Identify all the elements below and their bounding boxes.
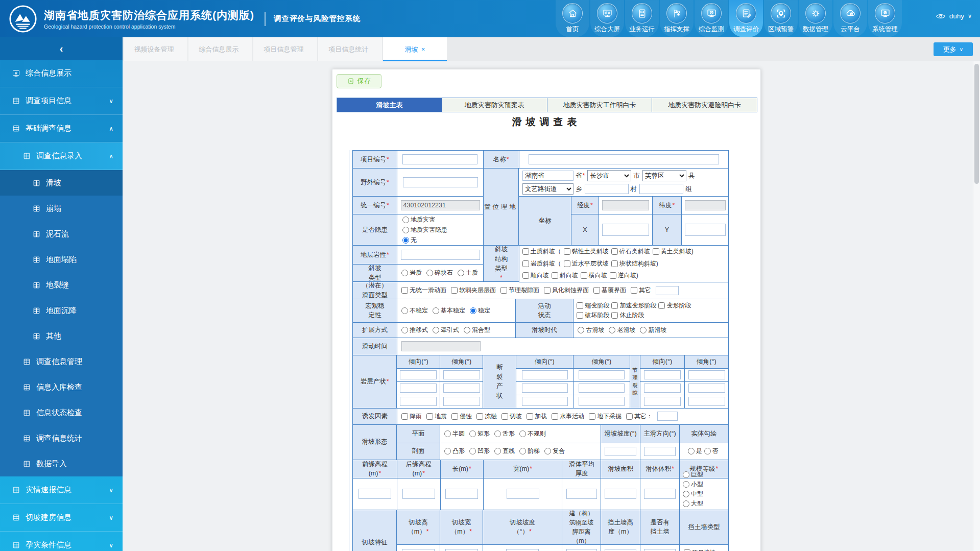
- form-tab[interactable]: 地质灾害防灾避险明白卡: [652, 98, 757, 112]
- dim-input[interactable]: [605, 489, 636, 499]
- scrollbar-thumb[interactable]: [974, 64, 979, 184]
- dip-input[interactable]: [688, 397, 725, 406]
- option-checkbox[interactable]: 变形阶段: [658, 301, 691, 310]
- option-radio[interactable]: 碎块石: [426, 269, 453, 277]
- group-input[interactable]: [639, 184, 683, 194]
- sidebar-item[interactable]: 基础调查信息 ∧: [0, 115, 123, 142]
- name-input[interactable]: [529, 154, 719, 164]
- trigger-other-input[interactable]: [657, 412, 678, 421]
- city-select[interactable]: 长沙市: [587, 170, 631, 181]
- option-checkbox[interactable]: 黄土类斜坡): [653, 247, 694, 256]
- option-checkbox[interactable]: 岩质斜坡（: [522, 259, 561, 268]
- cut-input[interactable]: [644, 549, 676, 551]
- option-checkbox[interactable]: 基覆界面: [593, 286, 626, 295]
- option-checkbox[interactable]: 休止阶段: [611, 311, 644, 320]
- sidebar-item[interactable]: 地面沉降: [0, 298, 123, 323]
- dip-input[interactable]: [579, 384, 625, 393]
- sidebar-item[interactable]: 滑坡: [0, 170, 123, 196]
- option-checkbox[interactable]: 斜向坡: [552, 271, 578, 280]
- dim-input[interactable]: [507, 489, 539, 499]
- dim-input[interactable]: [402, 489, 435, 499]
- dip-input[interactable]: [644, 370, 681, 379]
- dip-input[interactable]: [644, 384, 681, 393]
- nav-item[interactable]: 首页: [556, 0, 589, 37]
- nav-item[interactable]: 云平台: [833, 0, 867, 37]
- dip-input[interactable]: [579, 397, 625, 406]
- sidebar-item[interactable]: 其他: [0, 323, 123, 349]
- option-checkbox[interactable]: 块状结构斜坡): [611, 259, 658, 268]
- nav-item[interactable]: 指挥支撑: [660, 0, 694, 37]
- slope-deg-input[interactable]: [605, 447, 636, 456]
- slide-surface-other-input[interactable]: [656, 286, 679, 295]
- option-radio[interactable]: 无: [402, 236, 417, 245]
- nav-item[interactable]: 业务运行: [625, 0, 659, 37]
- scrollbar[interactable]: [973, 61, 980, 551]
- more-button[interactable]: 更多 ∨: [934, 42, 973, 56]
- option-radio[interactable]: 不规则: [519, 429, 546, 438]
- x-input[interactable]: [602, 224, 649, 236]
- window-tab[interactable]: 综合信息展示: [188, 37, 252, 61]
- nav-item[interactable]: 调查评价: [729, 0, 763, 37]
- option-radio[interactable]: 否: [704, 447, 719, 456]
- option-checkbox[interactable]: 简易挡墙: [684, 549, 715, 551]
- province-input[interactable]: [522, 171, 573, 181]
- option-radio[interactable]: 牵引式: [433, 326, 459, 334]
- option-checkbox[interactable]: 切坡: [501, 412, 522, 421]
- sidebar-item[interactable]: 崩塌: [0, 196, 123, 221]
- option-checkbox[interactable]: 冻融: [476, 412, 497, 421]
- sidebar-item[interactable]: 灾情速报信息 ∨: [0, 476, 123, 504]
- option-checkbox[interactable]: 节理裂隙面: [500, 286, 539, 295]
- sidebar-item[interactable]: 调查信息管理: [0, 349, 123, 374]
- cut-input[interactable]: [605, 549, 636, 551]
- sidebar-item[interactable]: 信息入库检查: [0, 374, 123, 400]
- option-checkbox[interactable]: 其它: [631, 286, 651, 295]
- option-checkbox[interactable]: 蠕变阶段: [577, 301, 609, 310]
- option-radio[interactable]: 推移式: [401, 326, 428, 334]
- dip-input[interactable]: [522, 384, 568, 393]
- option-checkbox[interactable]: 黏性土类斜坡: [564, 247, 609, 256]
- village-input[interactable]: [585, 184, 629, 194]
- dip-input[interactable]: [644, 397, 681, 406]
- user-menu[interactable]: duhy ∨: [936, 12, 972, 20]
- option-radio[interactable]: 岩质: [401, 269, 422, 277]
- option-checkbox[interactable]: 逆向坡): [610, 271, 638, 280]
- cut-input[interactable]: [402, 549, 435, 551]
- sidebar-item[interactable]: 调查信息统计: [0, 425, 123, 451]
- option-radio[interactable]: 稳定: [470, 306, 490, 315]
- option-radio[interactable]: 大型: [683, 499, 703, 508]
- dip-input[interactable]: [400, 384, 437, 393]
- option-radio[interactable]: 复合: [544, 447, 565, 456]
- dip-input[interactable]: [400, 397, 437, 406]
- option-radio[interactable]: 半圆: [444, 429, 465, 438]
- sidebar-item[interactable]: 调查信息录入 ∧: [0, 142, 123, 170]
- option-radio[interactable]: 基本稳定: [433, 306, 465, 315]
- field-no-input[interactable]: [403, 177, 478, 187]
- form-tab[interactable]: 地质灾害防灾工作明白卡: [547, 98, 653, 112]
- option-checkbox[interactable]: 加速变形阶段: [611, 301, 656, 310]
- dip-input[interactable]: [443, 397, 480, 406]
- option-radio[interactable]: 土质: [458, 269, 478, 277]
- option-checkbox[interactable]: 降雨: [401, 412, 422, 421]
- option-checkbox[interactable]: 风化剥蚀界面: [544, 286, 589, 295]
- y-input[interactable]: [685, 224, 726, 236]
- option-radio[interactable]: 新滑坡: [640, 326, 666, 334]
- option-checkbox[interactable]: 地震: [426, 412, 447, 421]
- project-no-input[interactable]: [402, 154, 477, 164]
- dim-input[interactable]: [644, 489, 676, 499]
- dip-input[interactable]: [522, 370, 568, 379]
- option-checkbox[interactable]: 地下采掘: [589, 412, 622, 421]
- sidebar-item[interactable]: 综合信息展示: [0, 60, 123, 87]
- sidebar-item[interactable]: 数据导入: [0, 451, 123, 476]
- option-radio[interactable]: 舌形: [494, 429, 515, 438]
- nav-item[interactable]: 系统管理: [868, 0, 902, 37]
- sidebar-item[interactable]: 地面塌陷: [0, 247, 123, 272]
- option-radio[interactable]: 巨型: [683, 470, 703, 479]
- option-checkbox[interactable]: 破坏阶段: [577, 311, 609, 320]
- dim-input[interactable]: [358, 489, 391, 499]
- option-checkbox[interactable]: 软弱夹层层面: [451, 286, 496, 295]
- option-radio[interactable]: 地质灾害: [402, 215, 435, 224]
- sidebar-item[interactable]: 泥石流: [0, 221, 123, 247]
- option-radio[interactable]: 凹形: [469, 447, 490, 456]
- option-radio[interactable]: 混合型: [464, 326, 490, 334]
- cut-input[interactable]: [566, 549, 597, 551]
